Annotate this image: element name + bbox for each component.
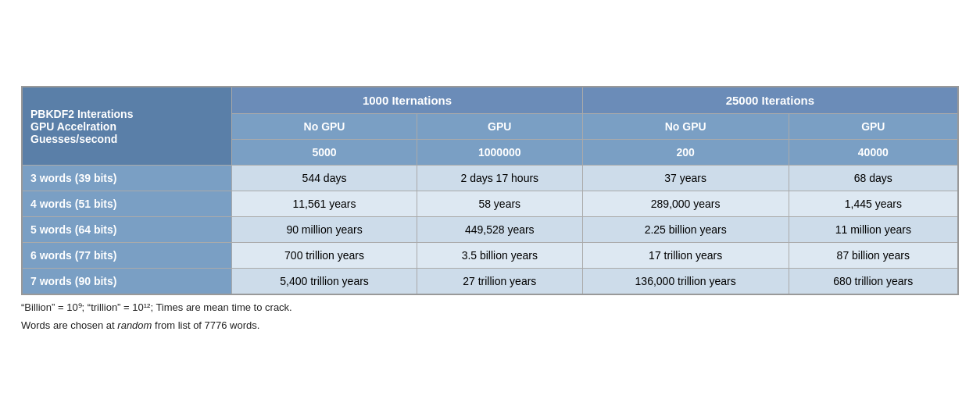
header-col5-sub: 40000: [789, 140, 958, 166]
cell-value: 90 million years: [232, 217, 417, 243]
cell-value: 136,000 trillion years: [582, 269, 789, 295]
cell-value: 700 trillion years: [232, 243, 417, 269]
footnote-2: Words are chosen at random from list of …: [21, 319, 959, 331]
row-label: 4 words (51 bits): [22, 191, 232, 217]
table-row: 4 words (51 bits)11,561 years58 years289…: [22, 191, 958, 217]
cell-value: 68 days: [789, 166, 958, 191]
comparison-table: PBKDF2 Interations GPU Accelration Guess…: [21, 86, 959, 295]
cell-value: 87 billion years: [789, 243, 958, 269]
cell-value: 11 million years: [789, 217, 958, 243]
header-topleft: PBKDF2 Interations GPU Accelration Guess…: [22, 87, 232, 166]
header-col4-sub: 200: [582, 140, 789, 166]
row-label: 5 words (64 bits): [22, 217, 232, 243]
cell-value: 37 years: [582, 166, 789, 191]
cell-value: 1,445 years: [789, 191, 958, 217]
cell-value: 5,400 trillion years: [232, 269, 417, 295]
cell-value: 2 days 17 hours: [417, 166, 582, 191]
cell-value: 58 years: [417, 191, 582, 217]
table-row: 6 words (77 bits)700 trillion years3.5 b…: [22, 243, 958, 269]
table-row: 7 words (90 bits)5,400 trillion years27 …: [22, 269, 958, 295]
cell-value: 2.25 billion years: [582, 217, 789, 243]
main-container: PBKDF2 Interations GPU Accelration Guess…: [21, 86, 959, 331]
cell-value: 544 days: [232, 166, 417, 191]
header-group1: 1000 Iternations: [232, 87, 582, 114]
cell-value: 17 trillion years: [582, 243, 789, 269]
cell-value: 3.5 billion years: [417, 243, 582, 269]
row-label: 3 words (39 bits): [22, 166, 232, 191]
row-label: 7 words (90 bits): [22, 269, 232, 295]
row-label: 6 words (77 bits): [22, 243, 232, 269]
header-col4-label: No GPU: [582, 114, 789, 140]
cell-value: 27 trillion years: [417, 269, 582, 295]
table-row: 5 words (64 bits)90 million years449,528…: [22, 217, 958, 243]
table-row: 3 words (39 bits)544 days2 days 17 hours…: [22, 166, 958, 191]
cell-value: 289,000 years: [582, 191, 789, 217]
footnote-1: “Billion” = 10⁹; “trillion” = 10¹²; Time…: [21, 301, 959, 313]
cell-value: 11,561 years: [232, 191, 417, 217]
header-col5-label: GPU: [789, 114, 958, 140]
cell-value: 680 trillion years: [789, 269, 958, 295]
header-col2-sub: 5000: [232, 140, 417, 166]
header-col3-label: GPU: [417, 114, 582, 140]
header-col3-sub: 1000000: [417, 140, 582, 166]
cell-value: 449,528 years: [417, 217, 582, 243]
header-group2: 25000 Iterations: [582, 87, 958, 114]
header-col2-label: No GPU: [232, 114, 417, 140]
